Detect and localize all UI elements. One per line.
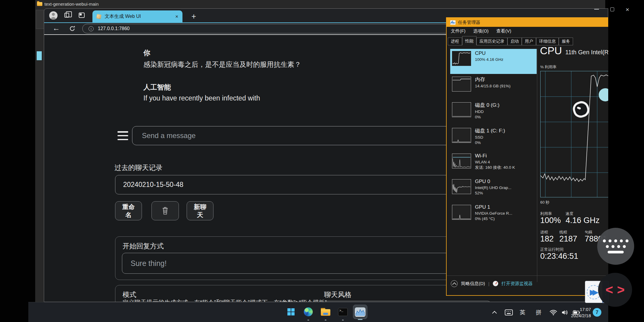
detail-title: CPU [540,45,562,57]
stat-threads-value: 2187 [559,234,577,244]
file-explorer-icon [321,308,330,316]
task-manager-titlebar[interactable]: 任务管理器 [447,18,612,27]
task-manager-tabs: 进程 性能 应用历史记录 启动 用户 详细信息 服务 [448,36,573,45]
detail-subtitle: 11th Gen Intel(R [565,49,609,56]
explorer-selection-fragment [37,51,42,60]
menu-file[interactable]: 文件(F) [451,28,465,34]
tray-wifi[interactable] [549,302,557,322]
graph-x-label: 60 秒 [540,200,549,205]
browser-tab-active[interactable]: 文本生成 Web UI × [92,10,182,22]
history-section-label: 过去的聊天记录 [114,163,162,172]
task-manager-footer: 简略信息(D) | 打开资源监视器 [451,278,533,289]
tab-app-history[interactable]: 应用历史记录 [476,38,507,45]
stat-speed-value: 4.16 GHz [566,216,600,225]
sidebar-item-memory[interactable]: 内存14.4/15.8 GB (91%) [450,75,537,100]
minimize-icon[interactable] [594,9,599,10]
tray-clock[interactable]: 17:07 2024/2/18 [566,302,591,322]
file-explorer-button[interactable] [318,305,333,319]
open-resource-monitor-link[interactable]: 打开资源监视器 [501,281,533,287]
viewer-window-controls: × [582,4,642,14]
resource-monitor-icon [493,281,498,286]
maximize-icon[interactable] [610,7,614,11]
sidebar-item-gpu0[interactable]: GPU 0Intel(R) UHD Grap...52% [450,177,537,202]
taskbar-center-icons: >_ [284,305,367,319]
tab-performance[interactable]: 性能 [462,36,476,45]
footer-divider: | [488,281,490,286]
floating-code-button[interactable]: < > [598,273,632,307]
menu-view[interactable]: 查看(V) [496,28,511,34]
chat-user-message: 感染新冠病毒之后，是不是应当及时的服用抗生素？ [143,60,301,69]
gpu0-sparkline [452,179,471,194]
gpu1-sparkline [452,205,471,220]
tab-startup[interactable]: 启动 [507,38,522,45]
notification-badge[interactable]: 7 [593,308,601,317]
tab-list-icon[interactable] [79,13,85,18]
graph-y-label: % 利用率 [540,64,556,70]
tab-close-icon[interactable]: × [175,14,178,19]
workspaces-icon[interactable] [64,13,69,18]
tab-services[interactable]: 服务 [559,38,573,45]
chat-menu-button[interactable] [117,131,128,140]
terminal-button[interactable]: >_ [336,305,350,319]
task-manager-menubar: 文件(F) 选项(O) 查看(V) [447,27,511,35]
close-icon[interactable]: × [626,6,629,13]
tab-title: 文本生成 Web UI [105,13,172,20]
tray-show-hidden-icons[interactable] [493,302,496,322]
stat-utilization-value: 100% [540,216,561,225]
explorer-titlebar[interactable]: text-generation-webui-main [35,0,605,8]
tray-ime-language[interactable]: 英 [520,302,525,322]
edge-browser-button[interactable] [301,305,315,319]
sidebar-item-disk1[interactable]: 磁盘 1 (C: F:)SSD0% [450,126,537,151]
chat-ai-message: If you have recently been infected with [143,94,260,102]
new-tab-button[interactable]: + [188,10,200,22]
delete-chat-button[interactable] [151,201,179,220]
site-info-icon[interactable]: i [89,26,94,31]
sidebar-item-gpu1[interactable]: GPU 1NVIDIA GeForce R...0% (45 °C) [450,203,537,228]
mode-label: 模式 [123,290,136,299]
edge-icon [304,307,313,316]
task-manager-button[interactable] [353,305,367,319]
profile-avatar[interactable] [49,11,58,20]
tray-touch-keyboard[interactable] [505,302,513,322]
floating-keyboard-button[interactable] [597,228,634,265]
tab-processes[interactable]: 进程 [448,38,462,45]
touch-keyboard-icon [505,309,513,315]
stat-uptime-value: 0:23:46:51 [540,252,578,261]
sidebar-item-wifi[interactable]: Wi-FiWLAN 4发送: 160 接收: 40.0 K [450,151,537,177]
taskbar: >_ 英 拼 [28,302,608,322]
rename-button[interactable]: 重命名 [115,201,142,220]
explorer-title: text-generation-webui-main [44,1,99,7]
reload-icon [69,25,75,32]
task-manager-taskbar-icon [355,307,366,317]
memory-sparkline [452,77,471,92]
performance-sidebar: CPU100% 4.16 GHz 内存14.4/15.8 GB (91%) 磁盘… [450,49,537,228]
wifi-icon [549,309,557,315]
pane-separator[interactable] [537,49,537,282]
start-button[interactable] [284,305,298,319]
reload-button[interactable] [69,25,75,33]
tray-ime-mode[interactable]: 拼 [536,302,541,322]
chat-style-select[interactable] [324,301,491,302]
collapse-icon[interactable] [451,280,458,287]
chevron-up-icon [492,311,497,315]
clock-date: 2024/2/18 [571,312,591,319]
back-button[interactable]: ← [52,24,60,32]
tab-details[interactable]: 详细信息 [536,38,559,45]
terminal-icon: >_ [338,308,348,316]
summary-view-toggle[interactable]: 简略信息(D) [461,281,485,287]
cpu-sparkline [452,51,471,66]
chevron-right-icon: > [617,282,625,297]
chevron-left-icon: < [606,282,613,297]
trash-icon [162,207,169,215]
task-manager-window: 任务管理器 文件(F) 选项(O) 查看(V) 进程 性能 应用历史记录 启动 … [446,17,613,296]
menu-options[interactable]: 选项(O) [473,28,489,34]
reply-start-label: 开始回复方式 [123,242,164,251]
mode-description: 定义聊天提示的生成方式，在“指令”和“聊天指令”模式下，在“参数”>“指令模板” [123,298,327,302]
sidebar-item-disk0[interactable]: 磁盘 0 (G:)HDD0% [450,100,537,125]
sidebar-item-cpu[interactable]: CPU100% 4.16 GHz [450,49,537,74]
wifi-sparkline [452,154,471,168]
footer-separator [447,275,612,276]
new-chat-button[interactable]: 新聊天 [187,201,213,220]
tab-users[interactable]: 用户 [522,38,536,45]
clock-time: 17:07 [571,306,591,312]
